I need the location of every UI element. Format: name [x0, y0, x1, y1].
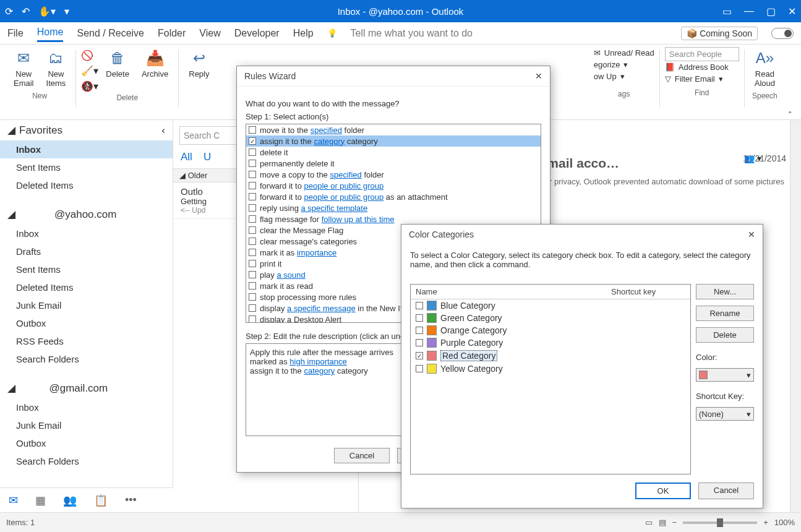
view-normal-icon[interactable]: ▭	[645, 518, 653, 527]
action-checkbox[interactable]	[249, 215, 256, 223]
category-checkbox[interactable]	[416, 314, 423, 322]
tab-file[interactable]: File	[7, 25, 24, 41]
zoom-in-icon[interactable]: +	[763, 518, 768, 527]
nav-sent-1[interactable]: Sent Items	[0, 260, 173, 278]
nav-inbox-2[interactable]: Inbox	[0, 398, 173, 416]
cleanup-icon[interactable]: 🧹▾	[81, 65, 98, 77]
zoom-out-icon[interactable]: −	[672, 518, 677, 527]
high-importance-link[interactable]: high importance	[289, 357, 347, 366]
category-row[interactable]: Purple Category	[411, 337, 690, 349]
delete-category-button[interactable]: Delete	[696, 327, 754, 343]
maximize-icon[interactable]: ▢	[766, 6, 776, 17]
delete-button[interactable]: 🗑Delete	[101, 47, 134, 81]
action-checkbox[interactable]	[249, 293, 256, 301]
rules-cancel-button[interactable]: Cancel	[334, 448, 390, 463]
action-link[interactable]: a specific template	[301, 204, 367, 213]
action-link[interactable]: follow up at this time	[322, 215, 395, 224]
action-checkbox[interactable]	[249, 271, 256, 278]
filter-email-button[interactable]: ▽ Filter Email ▾	[665, 73, 723, 85]
action-checkbox[interactable]	[249, 193, 256, 200]
action-checkbox[interactable]	[249, 260, 256, 267]
nav-searchfolders-1[interactable]: Search Folders	[0, 350, 173, 368]
categories-listbox[interactable]: NameShortcut key Blue CategoryGreen Cate…	[410, 284, 691, 474]
address-book-button[interactable]: 📕 Address Book	[665, 61, 729, 73]
ignore-icon[interactable]: 🚫	[81, 49, 98, 61]
action-row[interactable]: move it to the specified folder	[246, 124, 541, 135]
category-row[interactable]: Orange Category	[411, 324, 690, 337]
coming-soon-toggle[interactable]	[771, 28, 794, 39]
category-checkbox[interactable]	[416, 365, 423, 372]
action-link[interactable]: specified	[311, 126, 342, 135]
color-combo[interactable]: ▾	[696, 368, 754, 382]
category-row[interactable]: Green Category	[411, 312, 690, 324]
category-checkbox[interactable]: ✓	[416, 352, 423, 359]
nav-searchfolders-2[interactable]: Search Folders	[0, 452, 173, 470]
action-checkbox[interactable]	[249, 315, 256, 323]
action-link[interactable]: a sound	[276, 270, 305, 280]
new-email-button[interactable]: ✉New Email	[9, 47, 39, 90]
nav-inbox-fav[interactable]: Inbox	[0, 140, 173, 158]
tab-folder[interactable]: Folder	[158, 25, 186, 41]
coming-soon-button[interactable]: 📦 Coming Soon	[681, 27, 758, 40]
more-nav-icon[interactable]: •••	[125, 494, 137, 507]
action-checkbox[interactable]	[249, 204, 256, 212]
search-people-input[interactable]: Search People	[665, 47, 739, 61]
tasks-icon[interactable]: 📋	[94, 494, 108, 507]
category-row[interactable]: Yellow Category	[411, 363, 690, 375]
rules-close-icon[interactable]: ✕	[535, 71, 542, 81]
action-checkbox[interactable]: ✓	[249, 137, 256, 145]
action-link[interactable]: a specific message	[287, 304, 356, 313]
action-link[interactable]: specified	[330, 170, 361, 179]
action-checkbox[interactable]	[249, 126, 256, 134]
archive-button[interactable]: 📥Archive	[137, 47, 173, 81]
followup-button[interactable]: ow Up ▾	[594, 71, 625, 82]
nav-outbox-1[interactable]: Outbox	[0, 314, 173, 332]
action-row[interactable]: move a copy to the specified folder	[246, 169, 541, 180]
zoom-slider[interactable]	[683, 521, 757, 524]
shortcut-key-combo[interactable]: (None)▾	[696, 407, 754, 421]
action-checkbox[interactable]	[249, 282, 256, 290]
action-checkbox[interactable]	[249, 304, 256, 312]
action-checkbox[interactable]	[249, 226, 256, 234]
tab-send-receive[interactable]: Send / Receive	[77, 25, 144, 41]
action-row[interactable]: flag message for follow up at this time	[246, 213, 541, 225]
account2-header[interactable]: ◢ xxxxx@gmail.com	[0, 378, 173, 398]
reply-button[interactable]: ↩Reply	[184, 47, 214, 81]
nav-junk-1[interactable]: Junk Email	[0, 296, 173, 314]
action-checkbox[interactable]	[249, 160, 256, 167]
category-row[interactable]: Blue Category	[411, 299, 690, 312]
category-row[interactable]: ✓Red Category	[411, 349, 690, 363]
action-checkbox[interactable]	[249, 249, 256, 256]
action-checkbox[interactable]	[249, 182, 256, 189]
category-link[interactable]: category	[304, 366, 335, 375]
nav-deleted-1[interactable]: Deleted Items	[0, 278, 173, 296]
colors-ok-button[interactable]: OK	[635, 483, 691, 499]
calendar-icon[interactable]: ▦	[35, 494, 46, 507]
new-items-button[interactable]: 🗂New Items	[41, 47, 71, 90]
action-row[interactable]: delete it	[246, 147, 541, 158]
nav-drafts-1[interactable]: Drafts	[0, 242, 173, 260]
tell-me-input[interactable]: Tell me what you want to do	[351, 25, 473, 41]
ribbon-options-icon[interactable]: ▭	[722, 6, 732, 17]
unread-read-button[interactable]: ✉ Unread/ Read	[594, 47, 654, 59]
tab-developer[interactable]: Developer	[234, 25, 280, 41]
favorites-header[interactable]: ◢ Favorites‹	[0, 120, 173, 140]
vertical-scrollbar[interactable]	[790, 120, 801, 512]
account1-header[interactable]: ◢ xxxxxx@yahoo.com	[0, 204, 173, 225]
action-link[interactable]: importance	[297, 248, 336, 257]
action-checkbox[interactable]	[249, 148, 256, 156]
nav-deleted-fav[interactable]: Deleted Items	[0, 176, 173, 194]
rename-category-button[interactable]: Rename	[696, 306, 754, 321]
nav-junk-2[interactable]: Junk Email	[0, 416, 173, 434]
nav-outbox-2[interactable]: Outbox	[0, 434, 173, 452]
read-aloud-button[interactable]: A»Read Aloud	[750, 47, 780, 90]
mail-icon[interactable]: ✉	[9, 494, 18, 507]
minimize-icon[interactable]: —	[744, 6, 754, 17]
new-category-button[interactable]: New...	[696, 284, 754, 299]
category-checkbox[interactable]	[416, 302, 423, 309]
nav-sent-fav[interactable]: Sent Items	[0, 158, 173, 176]
view-reading-icon[interactable]: ▤	[659, 518, 666, 527]
action-row[interactable]: permanently delete it	[246, 158, 541, 169]
action-checkbox[interactable]	[249, 171, 256, 178]
category-checkbox[interactable]	[416, 339, 423, 346]
